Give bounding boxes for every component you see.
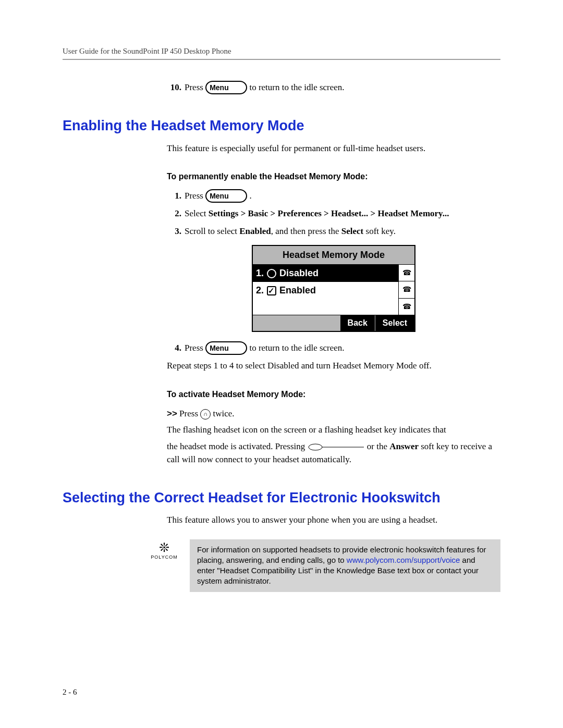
note-text: For information on supported headsets to… [190, 539, 500, 592]
step-text: to return to the idle screen. [249, 341, 344, 355]
screen-row-disabled: 1. Disabled [253, 265, 399, 282]
row-index: 2. [256, 283, 264, 298]
line-key-icon [308, 443, 365, 451]
step-text: to return to the idle screen. [249, 81, 344, 94]
row-label: Enabled [279, 283, 316, 298]
step-number: 4. [167, 341, 181, 355]
phone-icon: ☎ [399, 281, 414, 298]
step-3: 3. Scroll to select Enabled, and then pr… [167, 225, 500, 238]
radio-unchecked-icon [267, 269, 276, 278]
screen-side-icons: ☎ ☎ ☎ [398, 265, 414, 315]
section-intro: This feature allows you to answer your p… [167, 513, 500, 527]
menu-key-icon: Menu [205, 81, 247, 94]
running-header: User Guide for the SoundPoint IP 450 Des… [63, 47, 500, 56]
section-intro: This feature is especially useful for pe… [167, 142, 500, 155]
step-1: 1. Press Menu . [167, 189, 500, 203]
flash-note-1: The flashing headset icon on the screen … [167, 423, 500, 437]
page-number: 2 - 6 [63, 688, 77, 697]
note-box: ❊ POLYCOM For information on supported h… [146, 539, 500, 592]
phone-icon: ☎ [399, 265, 414, 281]
menu-key-icon: Menu [205, 341, 247, 355]
header-rule [63, 59, 500, 60]
procedure-lead: To permanently enable the Headset Memory… [167, 170, 500, 183]
step-text: Press [185, 189, 203, 203]
step-number: 10. [167, 81, 181, 94]
screen-title: Headset Memory Mode [253, 246, 414, 265]
chevron-icon: >> [167, 409, 177, 418]
step-text: Press [185, 341, 203, 355]
phone-screen: Headset Memory Mode 1. Disabled 2. Enabl… [252, 245, 415, 332]
step-text: Press [185, 81, 203, 94]
screen-softkeys: Back Select [253, 315, 414, 331]
content-column: 10. Press Menu to return to the idle scr… [63, 81, 500, 592]
step-4: 4. Press Menu to return to the idle scre… [167, 341, 500, 355]
row-index: 1. [256, 266, 264, 280]
section-heading-enable-headset-memory: Enabling the Headset Memory Mode [63, 115, 500, 137]
activate-step: >> Press ∩ twice. [167, 407, 500, 421]
svg-point-0 [309, 444, 322, 450]
screen-rows: 1. Disabled 2. Enabled [253, 265, 399, 315]
screen-row-enabled: 2. Enabled [253, 282, 399, 299]
logo-text: POLYCOM [146, 554, 182, 561]
polycom-logo: ❊ POLYCOM [146, 539, 182, 561]
support-link[interactable]: www.polycom.com/support/voice [347, 556, 460, 564]
headset-key-icon: ∩ [200, 409, 211, 419]
step-number: 1. [167, 189, 181, 203]
logo-glyph-icon: ❊ [146, 541, 182, 554]
row-label: Disabled [279, 266, 319, 280]
softkey-back: Back [340, 315, 375, 331]
step-2: 2. Select Settings > Basic > Preferences… [167, 207, 500, 220]
screen-body: 1. Disabled 2. Enabled ☎ ☎ ☎ [253, 265, 414, 315]
section-heading-hookswitch: Selecting the Correct Headset for Electr… [63, 487, 500, 509]
softkey-select: Select [375, 315, 414, 331]
step-10: 10. Press Menu to return to the idle scr… [167, 81, 500, 94]
procedure-lead-activate: To activate Headset Memory Mode: [167, 388, 500, 401]
repeat-note: Repeat steps 1 to 4 to select Disabled a… [167, 359, 500, 373]
step-text: Scroll to select Enabled, and then press… [185, 225, 396, 238]
radio-checked-icon [267, 286, 276, 295]
flash-note-2: the headset mode is activated. Pressing … [167, 440, 500, 466]
phone-icon: ☎ [399, 299, 414, 315]
step-text: . [249, 189, 251, 203]
step-number: 2. [167, 207, 181, 220]
step-text: Select Settings > Basic > Preferences > … [185, 207, 449, 220]
step-number: 3. [167, 225, 181, 238]
page: User Guide for the SoundPoint IP 450 Des… [0, 0, 563, 728]
menu-path: Settings > Basic > Preferences > Headset… [209, 208, 449, 218]
menu-key-icon: Menu [205, 189, 247, 203]
